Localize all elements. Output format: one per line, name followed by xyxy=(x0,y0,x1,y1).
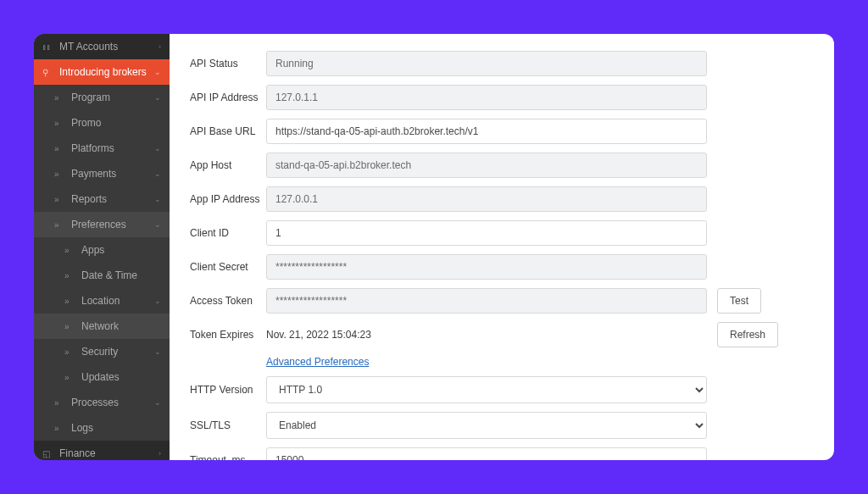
sidebar-item-security[interactable]: » Security ⌄ xyxy=(34,339,170,364)
sidebar-item-network[interactable]: » Network xyxy=(34,314,170,339)
chevron-icon: » xyxy=(64,347,76,357)
chevron-icon: » xyxy=(64,297,76,306)
sidebar-item-label: Logs xyxy=(71,422,161,434)
sidebar-item-label: Preferences xyxy=(71,219,154,230)
sidebar-item-introducing-brokers[interactable]: ⚲ Introducing brokers ⌄ xyxy=(34,59,170,85)
chevron-icon: » xyxy=(64,373,76,382)
sidebar-item-label: Program xyxy=(71,92,154,103)
test-button[interactable]: Test xyxy=(717,288,761,314)
chevron-icon: » xyxy=(54,119,66,128)
chevron-icon: » xyxy=(54,144,66,153)
sidebar-item-preferences[interactable]: » Preferences ⌄ xyxy=(34,212,170,237)
chevron-icon: » xyxy=(64,246,76,255)
chevron-icon: » xyxy=(54,93,66,103)
sidebar-item-label: Apps xyxy=(81,244,161,256)
chevron-icon: » xyxy=(64,271,76,280)
chevron-icon: » xyxy=(54,220,66,230)
sidebar-item-finance[interactable]: ◱ Finance › xyxy=(34,441,170,460)
token-expires-label: Token Expires xyxy=(190,329,266,341)
sidebar-item-label: Payments xyxy=(71,168,154,180)
client-secret-field xyxy=(266,254,707,280)
app-window: ⫾⫾ MT Accounts › ⚲ Introducing brokers ⌄… xyxy=(34,34,834,460)
chevron-right-icon: › xyxy=(159,449,161,458)
http-version-label: HTTP Version xyxy=(190,384,266,396)
wallet-icon: ◱ xyxy=(42,449,54,458)
sidebar-item-label: Finance xyxy=(59,447,159,459)
sidebar-item-label: Promo xyxy=(71,117,161,129)
app-host-field xyxy=(266,153,707,178)
sidebar-item-payments[interactable]: » Payments ⌄ xyxy=(34,161,170,186)
app-host-label: App Host xyxy=(190,159,266,171)
chevron-down-icon: ⌄ xyxy=(154,297,161,305)
sidebar-item-label: Location xyxy=(81,295,154,307)
ssl-tls-select[interactable]: Enabled xyxy=(266,412,707,439)
api-base-url-field[interactable] xyxy=(266,119,707,144)
api-status-label: API Status xyxy=(190,58,266,69)
sidebar-item-reports[interactable]: » Reports ⌄ xyxy=(34,186,170,212)
broker-icon: ⚲ xyxy=(42,68,54,77)
app-ip-field xyxy=(266,186,707,212)
chevron-down-icon: ⌄ xyxy=(154,93,161,102)
sidebar-item-label: Reports xyxy=(71,193,154,205)
chevron-right-icon: › xyxy=(159,42,161,51)
chevron-icon: » xyxy=(54,424,66,433)
chevron-down-icon: ⌄ xyxy=(154,169,161,178)
sidebar-item-logs[interactable]: » Logs xyxy=(34,415,170,441)
sidebar-item-promo[interactable]: » Promo xyxy=(34,110,170,136)
sidebar-item-label: Introducing brokers xyxy=(59,66,154,78)
sidebar-item-label: Platforms xyxy=(71,142,154,154)
sidebar-item-mt-accounts[interactable]: ⫾⫾ MT Accounts › xyxy=(34,34,170,59)
chevron-down-icon: ⌄ xyxy=(154,68,161,76)
sidebar-item-program[interactable]: » Program ⌄ xyxy=(34,85,170,110)
sidebar-item-apps[interactable]: » Apps xyxy=(34,237,170,263)
api-ip-label: API IP Address xyxy=(190,92,266,103)
chevron-icon: » xyxy=(64,322,76,331)
sidebar-item-label: Network xyxy=(81,320,161,332)
client-secret-label: Client Secret xyxy=(190,261,266,273)
refresh-button[interactable]: Refresh xyxy=(717,322,778,347)
client-id-label: Client ID xyxy=(190,227,266,239)
sidebar-item-date-time[interactable]: » Date & Time xyxy=(34,263,170,288)
chevron-down-icon: ⌄ xyxy=(154,144,161,153)
chevron-down-icon: ⌄ xyxy=(154,347,161,356)
sidebar-item-label: Processes xyxy=(71,397,154,408)
api-status-field xyxy=(266,51,707,76)
access-token-label: Access Token xyxy=(190,295,266,307)
app-ip-label: App IP Address xyxy=(190,193,266,205)
sidebar-item-processes[interactable]: » Processes ⌄ xyxy=(34,390,170,415)
sidebar-item-label: Date & Time xyxy=(81,269,161,281)
chevron-down-icon: ⌄ xyxy=(154,220,161,229)
chevron-icon: » xyxy=(54,169,66,179)
api-ip-field xyxy=(266,85,707,110)
client-id-field[interactable] xyxy=(266,220,707,246)
bar-chart-icon: ⫾⫾ xyxy=(42,42,54,52)
token-expires-value: Nov. 21, 2022 15:04:23 xyxy=(266,323,707,347)
sidebar-item-label: MT Accounts xyxy=(59,41,159,53)
timeout-field[interactable] xyxy=(266,447,707,460)
main-content: API Status API IP Address API Base URL A… xyxy=(170,34,834,460)
chevron-icon: » xyxy=(54,195,66,204)
timeout-label: Timeout, ms xyxy=(190,454,266,460)
api-base-url-label: API Base URL xyxy=(190,125,266,137)
sidebar-item-location[interactable]: » Location ⌄ xyxy=(34,288,170,314)
chevron-icon: » xyxy=(54,398,66,408)
sidebar: ⫾⫾ MT Accounts › ⚲ Introducing brokers ⌄… xyxy=(34,34,170,460)
chevron-down-icon: ⌄ xyxy=(154,398,161,407)
chevron-down-icon: ⌄ xyxy=(154,195,161,203)
advanced-preferences-link[interactable]: Advanced Preferences xyxy=(266,356,369,368)
access-token-field xyxy=(266,288,707,314)
sidebar-item-label: Security xyxy=(81,346,154,358)
sidebar-item-platforms[interactable]: » Platforms ⌄ xyxy=(34,136,170,161)
sidebar-item-updates[interactable]: » Updates xyxy=(34,364,170,390)
sidebar-item-label: Updates xyxy=(81,371,161,383)
http-version-select[interactable]: HTTP 1.0 xyxy=(266,376,707,403)
ssl-tls-label: SSL/TLS xyxy=(190,419,266,431)
